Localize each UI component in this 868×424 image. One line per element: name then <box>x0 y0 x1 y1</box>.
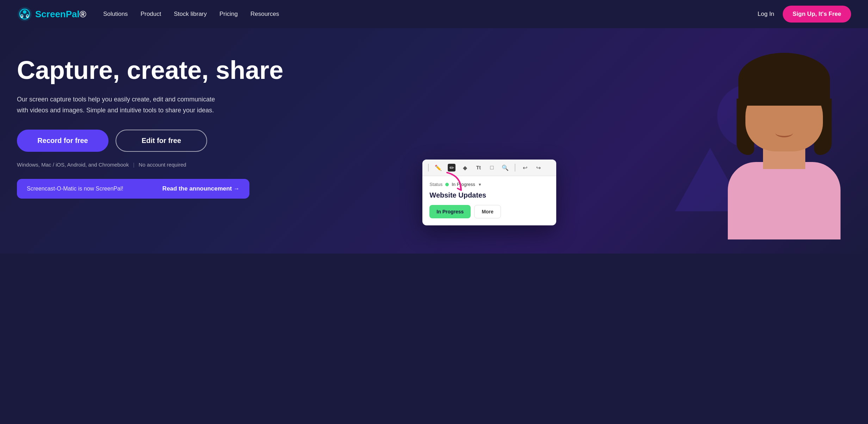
toolbar-divider <box>428 164 429 172</box>
announcement-link[interactable]: Read the announcement → <box>162 185 240 192</box>
nav-item-pricing[interactable]: Pricing <box>219 11 238 17</box>
logo-text: ScreenPal® <box>35 9 86 20</box>
hero-right-visual: ✏️ ✏ ◆ Tt □ 🔍 ↩ ↪ Status In Progress ▼ W… <box>451 49 851 239</box>
hero-section: Capture, create, share Our screen captur… <box>0 28 868 254</box>
hero-content: Capture, create, share Our screen captur… <box>17 49 451 199</box>
toolbar-text-icon[interactable]: Tt <box>475 164 482 172</box>
toolbar-divider-2 <box>515 164 515 172</box>
nav-right: Log In Sign Up, It's Free <box>758 6 851 23</box>
logo-link[interactable]: ScreenPal® <box>17 6 86 22</box>
toolbar-zoom-icon[interactable]: 🔍 <box>501 164 509 172</box>
pink-arrow-icon <box>440 169 468 197</box>
nav-item-stock-library[interactable]: Stock library <box>174 11 207 17</box>
login-button[interactable]: Log In <box>758 11 774 18</box>
person-hair-top <box>738 53 830 106</box>
toolbar-undo-icon[interactable]: ↩ <box>521 164 529 172</box>
svg-point-6 <box>27 15 28 17</box>
hero-platforms: Windows, Mac / iOS, Android, and Chromeb… <box>17 162 451 168</box>
no-account-text: No account required <box>139 162 186 168</box>
svg-point-2 <box>23 10 26 14</box>
hero-buttons: Record for free Edit for free <box>17 130 451 152</box>
nav-item-product[interactable]: Product <box>141 11 161 17</box>
card-more-button[interactable]: More <box>474 205 501 218</box>
screenpal-logo-icon <box>17 6 32 22</box>
svg-point-5 <box>21 15 23 17</box>
nav-links: Solutions Product Stock library Pricing … <box>103 11 758 18</box>
card-in-progress-button[interactable]: In Progress <box>429 205 471 218</box>
status-chevron-icon[interactable]: ▼ <box>478 182 482 187</box>
navbar: ScreenPal® Solutions Product Stock libra… <box>0 0 868 28</box>
edit-free-button[interactable]: Edit for free <box>116 130 207 152</box>
toolbar-redo-icon[interactable]: ↪ <box>534 164 542 172</box>
platforms-divider: | <box>133 162 135 168</box>
announcement-bar: Screencast-O-Matic is now ScreenPal! Rea… <box>17 179 249 199</box>
platforms-text: Windows, Mac / iOS, Android, and Chromeb… <box>17 162 129 168</box>
nav-item-resources[interactable]: Resources <box>250 11 279 17</box>
announcement-text: Screencast-O-Matic is now ScreenPal! <box>27 186 154 192</box>
record-free-button[interactable]: Record for free <box>17 130 108 152</box>
hero-title: Capture, create, share <box>17 56 451 84</box>
toolbar-rectangle-icon[interactable]: □ <box>488 164 496 172</box>
hero-person <box>717 56 851 239</box>
person-shirt <box>728 162 841 239</box>
hero-subtitle: Our screen capture tools help you easily… <box>17 94 221 116</box>
card-action-buttons: In Progress More <box>429 205 549 218</box>
signup-button[interactable]: Sign Up, It's Free <box>783 6 851 23</box>
nav-item-solutions[interactable]: Solutions <box>103 11 128 17</box>
